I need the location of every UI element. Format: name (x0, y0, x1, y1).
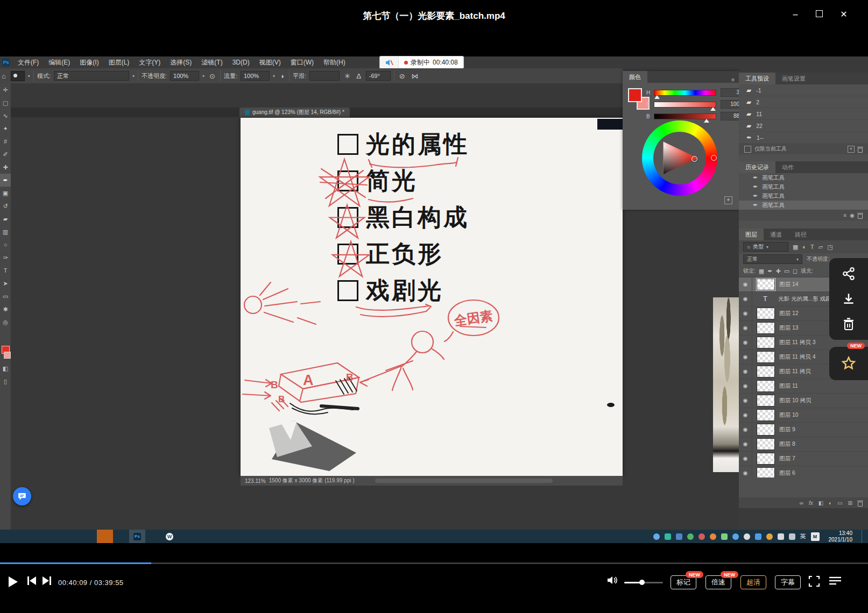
图层 10[interactable]: ◉ 图层 10 (739, 408, 868, 423)
zoom-level[interactable]: 123.11% (245, 478, 266, 484)
brightness-slider[interactable] (654, 113, 716, 119)
menu-item[interactable]: 帮助(H) (319, 56, 350, 68)
pressure-size-icon[interactable]: ⊘ (398, 72, 407, 80)
layer-thumbnail[interactable] (757, 279, 775, 290)
clone-stamp-tool[interactable]: ▣ (0, 187, 11, 199)
path-select-tool[interactable]: ➤ (0, 277, 11, 290)
menu-item[interactable]: 文件(F) (13, 56, 44, 68)
playlist-icon[interactable] (829, 575, 842, 586)
browser-app[interactable] (113, 530, 129, 543)
link-layers-icon[interactable]: ∞ (800, 500, 803, 506)
saturation-slider[interactable] (654, 102, 716, 108)
trash-icon[interactable] (842, 317, 855, 331)
start-button[interactable] (0, 530, 16, 543)
tool-preset-item[interactable]: ✒ 1-- (739, 132, 868, 144)
tool-preset-item[interactable]: ▰ -1 (739, 84, 868, 96)
tab-layers[interactable]: 图层 (739, 229, 764, 240)
history-item[interactable]: ✒ 画笔工具 (739, 182, 868, 191)
layer-visibility-icon[interactable]: ◉ (739, 437, 752, 451)
layer-visibility-icon[interactable]: ◉ (739, 350, 752, 364)
delete-layer-icon[interactable] (858, 500, 863, 506)
capture-app[interactable] (210, 530, 226, 543)
layer-visibility-icon[interactable]: ◉ (739, 452, 752, 466)
menu-item[interactable]: 3D(D) (228, 56, 255, 68)
blend-mode-select[interactable]: 正常 ▾ (743, 254, 802, 264)
图层 6[interactable]: ◉ 图层 6 (739, 466, 868, 477)
flow-field[interactable]: 100% (241, 71, 270, 81)
tab-history[interactable]: 历史记录 (739, 161, 775, 173)
layer-visibility-icon[interactable]: ◉ (739, 379, 752, 393)
close-button[interactable]: ✕ (836, 8, 852, 22)
brush-preset-picker[interactable] (11, 71, 25, 81)
opacity-field[interactable]: 100% (170, 71, 199, 81)
layer-thumbnail[interactable] (757, 395, 775, 407)
tab-paths[interactable]: 路径 (788, 229, 813, 240)
ppt-app[interactable] (178, 530, 194, 543)
layer-visibility-icon[interactable]: ◉ (739, 292, 752, 306)
healing-tool[interactable]: ✚ (0, 161, 11, 174)
tray-icon-2[interactable] (665, 533, 671, 540)
smoothing-field[interactable] (309, 71, 340, 81)
filter-shape-icon[interactable]: ▱ (818, 244, 823, 251)
quick-select-tool[interactable]: ✦ (0, 122, 11, 135)
document-canvas[interactable]: 光的属性 简光 黑白构成 正负形 (241, 118, 623, 476)
history-item[interactable]: ✒ 画笔工具 (739, 173, 868, 182)
layer-visibility-icon[interactable]: ◉ (739, 321, 752, 335)
layer-thumbnail[interactable] (757, 424, 775, 436)
video-progress-bar[interactable] (0, 562, 868, 564)
current-tool-only-checkbox[interactable] (744, 146, 751, 153)
eraser-tool[interactable]: ▰ (0, 212, 11, 225)
history-item[interactable]: ✒ 画笔工具 (739, 191, 868, 201)
图层 9[interactable]: ◉ 图层 9 (739, 423, 868, 437)
download-icon[interactable] (842, 292, 856, 306)
layer-visibility-icon[interactable]: ◉ (739, 277, 752, 291)
new-preset-icon[interactable]: + (848, 146, 855, 153)
tray-icon-4[interactable] (687, 533, 694, 540)
layer-thumbnail[interactable] (757, 308, 775, 319)
marquee-tool[interactable]: ▢ (0, 96, 11, 109)
share-icon[interactable] (842, 267, 856, 281)
lock-all-icon[interactable]: ◻ (793, 268, 798, 275)
color-wheel[interactable] (642, 120, 717, 196)
delete-preset-icon[interactable] (858, 146, 863, 152)
menu-item[interactable]: 图像(I) (75, 56, 103, 68)
tray-icon-12[interactable] (778, 533, 784, 540)
layer-visibility-icon[interactable]: ◉ (739, 408, 752, 422)
history-brush-tool[interactable]: ↺ (0, 199, 11, 212)
foreground-swatch[interactable] (628, 88, 642, 102)
tray-icon-7[interactable] (721, 533, 728, 540)
search-button[interactable] (16, 530, 32, 543)
layer-visibility-icon[interactable]: ◉ (739, 466, 752, 477)
lock-artboard-icon[interactable]: ▭ (784, 268, 789, 275)
图层 8[interactable]: ◉ 图层 8 (739, 437, 868, 452)
图层 7[interactable]: ◉ 图层 7 (739, 452, 868, 466)
zoom-tool[interactable]: ◎ (0, 316, 11, 329)
hand-tool[interactable]: ✱ (0, 303, 11, 316)
filter-type-icon[interactable]: T (810, 244, 814, 250)
screen-mode-icon[interactable]: ▯ (0, 375, 11, 388)
recorder-app[interactable] (97, 530, 113, 543)
crop-tool[interactable]: # (0, 135, 11, 148)
menu-item[interactable]: 文字(Y) (134, 56, 165, 68)
gradient-tool[interactable]: ▥ (0, 225, 11, 238)
document-tab[interactable]: guang.tif @ 123% (图层 14, RGB/8#) * (239, 108, 350, 117)
mode-select[interactable]: 正常 (54, 71, 129, 81)
eyedropper-tool[interactable]: ✐ (0, 148, 11, 161)
minimize-button[interactable]: – (787, 8, 803, 22)
next-button[interactable] (42, 575, 52, 586)
menu-item[interactable]: 图层(L) (104, 56, 135, 68)
lock-move-icon[interactable]: ✚ (775, 268, 780, 275)
filter-type-select[interactable]: ○ 类型 ▾ (743, 242, 788, 252)
play-button[interactable] (8, 575, 18, 588)
tool-preset-item[interactable]: ▰ 22 (739, 120, 868, 132)
layer-thumbnail[interactable] (757, 366, 775, 377)
layer-style-icon[interactable]: fx (809, 500, 813, 506)
menu-item[interactable]: 选择(S) (165, 56, 196, 68)
background-color-swatch[interactable] (4, 352, 11, 359)
tab-channels[interactable]: 通道 (764, 229, 788, 240)
menu-item[interactable]: 视图(V) (255, 56, 286, 68)
delete-state-icon[interactable] (858, 212, 863, 218)
tab-tool-presets[interactable]: 工具预设 (739, 73, 775, 84)
tray-icon-6[interactable] (710, 533, 716, 540)
menu-item[interactable]: 滤镜(T) (196, 56, 227, 68)
